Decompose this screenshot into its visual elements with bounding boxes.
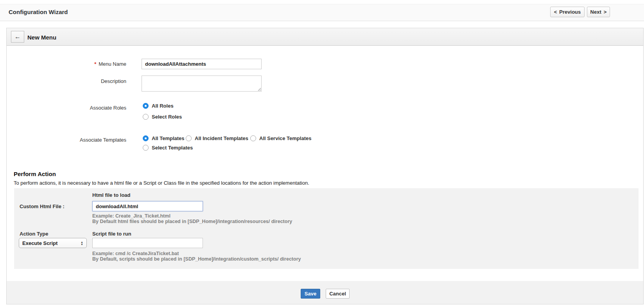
associate-roles-label: Associate Roles (39, 105, 126, 111)
radio-select-templates-label: Select Templates (152, 145, 193, 151)
associate-templates-label: Associate Templates (39, 137, 126, 143)
radio-all-roles-label: All Roles (152, 103, 174, 109)
required-asterisk: * (94, 61, 96, 67)
radio-icon (143, 135, 149, 141)
radio-select-templates[interactable]: Select Templates (143, 145, 193, 151)
page-title: Configuration Wizard (9, 9, 68, 15)
next-button-label: Next (590, 9, 601, 15)
html-note-text: By Default html files should be placed i… (92, 219, 292, 224)
previous-button-label: Previous (559, 9, 581, 15)
radio-all-templates-label: All Templates (152, 135, 185, 141)
radio-all-templates[interactable]: All Templates (143, 135, 185, 141)
action-type-select[interactable]: Execute Script ▲▼ (19, 238, 87, 248)
radio-all-incident-templates-label: All Incident Templates (195, 135, 248, 141)
radio-all-incident-templates[interactable]: All Incident Templates (186, 135, 248, 141)
description-label: Description (39, 78, 126, 84)
menu-name-label: *Menu Name (39, 61, 126, 67)
radio-all-service-templates[interactable]: All Service Templates (250, 135, 311, 141)
radio-icon (143, 145, 149, 151)
perform-action-heading: Perform Action (14, 171, 56, 177)
back-arrow-icon: ← (14, 33, 21, 40)
radio-icon (143, 103, 149, 109)
script-file-to-run-label: Script file to run (92, 231, 131, 237)
radio-icon (250, 135, 256, 141)
action-type-label: Action Type (20, 231, 48, 237)
cancel-button-label: Cancel (329, 291, 346, 297)
card-title: New Menu (27, 34, 56, 41)
script-file-input[interactable] (92, 238, 203, 248)
radio-icon (143, 114, 149, 120)
html-example-text: Example: Create_Jira_Ticket.html (92, 213, 170, 219)
radio-all-roles[interactable]: All Roles (143, 103, 174, 109)
radio-select-roles[interactable]: Select Roles (143, 114, 182, 120)
radio-select-roles-label: Select Roles (152, 114, 182, 120)
chevron-right-icon: > (604, 9, 607, 15)
select-stepper-icon: ▲▼ (81, 241, 83, 245)
menu-name-input[interactable] (142, 59, 262, 69)
script-note-text: By Default, scripts should be placed in … (92, 256, 301, 262)
html-file-to-load-label: Html file to load (92, 192, 131, 198)
top-header-bar (0, 4, 644, 21)
radio-all-service-templates-label: All Service Templates (259, 135, 311, 141)
save-button-label: Save (305, 291, 316, 297)
custom-html-file-label: Custom Html File : (20, 203, 65, 209)
card-header (7, 28, 643, 46)
action-type-selected-value: Execute Script (22, 240, 81, 246)
radio-icon (186, 135, 192, 141)
cancel-button[interactable]: Cancel (326, 289, 350, 299)
chevron-left-icon: < (554, 9, 557, 15)
back-button[interactable]: ← (11, 31, 24, 43)
description-textarea[interactable] (142, 76, 262, 92)
script-example-text: Example: cmd /c CreateJiraTicket.bat (92, 251, 179, 256)
save-button[interactable]: Save (301, 289, 320, 299)
next-button[interactable]: Next > (587, 7, 610, 17)
perform-action-description: To perform actions, it is necessary to h… (14, 180, 309, 186)
html-file-input[interactable] (92, 201, 203, 211)
previous-button[interactable]: < Previous (550, 7, 585, 17)
footer-bar (7, 281, 643, 304)
